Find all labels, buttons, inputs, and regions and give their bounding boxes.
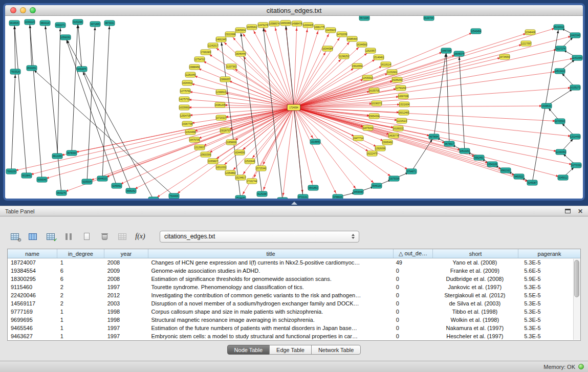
graph-node[interactable]: 17161744 (247, 179, 257, 184)
graph-node[interactable]: 16344560 (357, 42, 367, 47)
graph-node[interactable]: 15654334 (369, 114, 380, 119)
cell-name[interactable]: 14569117 (8, 299, 57, 308)
graph-node[interactable]: 13129937 (194, 145, 205, 150)
graph-node[interactable]: 9679917 (444, 141, 454, 146)
graph-node[interactable]: 14702039 (337, 32, 347, 37)
network-table-select[interactable]: citations_edges.txt (160, 231, 359, 243)
cell-out_degree[interactable]: 49 (393, 258, 432, 267)
graph-node[interactable]: 10590091 (60, 35, 71, 40)
column-header-pagerank[interactable]: pagerank (518, 249, 580, 258)
graph-node[interactable]: 9546326 (372, 183, 382, 188)
graph-node[interactable]: 10697038 (398, 94, 409, 99)
cell-in_degree[interactable]: 2 (57, 291, 104, 299)
zoom-window-button[interactable] (30, 7, 36, 13)
table-row[interactable]: 969969511998Structural magnetic resonanc… (8, 316, 573, 324)
table-row[interactable]: 1872400712008Changes of HCN gene express… (8, 258, 573, 267)
cell-pagerank[interactable]: 5.6E-5 (517, 267, 573, 275)
graph-node[interactable]: 12014430 (570, 134, 581, 139)
graph-node[interactable]: 15028757 (220, 128, 231, 133)
column-header-name[interactable]: name (8, 249, 57, 258)
cell-name[interactable]: 22420046 (8, 291, 57, 299)
graph-node[interactable]: 9788826 (333, 194, 343, 199)
graph-node[interactable]: 9205504 (82, 179, 92, 184)
graph-node[interactable]: 12217097 (521, 41, 532, 46)
graph-node[interactable]: 12242017 (208, 43, 219, 48)
graph-node[interactable]: 16012465 (399, 110, 409, 115)
graph-node[interactable]: 9302271 (55, 23, 66, 28)
cell-year[interactable]: 2003 (104, 299, 148, 308)
cell-in_degree[interactable]: 2 (57, 283, 104, 291)
graph-hub-node[interactable]: 1724094 (287, 104, 300, 111)
graph-node[interactable]: 13211604 (399, 102, 409, 107)
delete-column-button[interactable] (97, 229, 112, 244)
graph-node[interactable]: 11805834 (235, 28, 246, 33)
graph-node[interactable]: 10510291 (460, 148, 470, 154)
cell-short[interactable]: Franke et al. (2009) (432, 267, 517, 275)
graph-node[interactable]: 16339991 (179, 105, 190, 110)
cell-name[interactable]: 9777169 (8, 308, 57, 316)
graph-node[interactable]: 15695492 (382, 140, 393, 145)
apply-to-table-button[interactable]: ✔ (43, 229, 58, 244)
cell-name[interactable]: 18724007 (8, 258, 57, 267)
cell-year[interactable]: 1997 (104, 332, 148, 340)
cell-out_degree[interactable]: 0 (393, 332, 432, 340)
row-selection-button[interactable] (61, 229, 76, 244)
column-visibility-button[interactable] (25, 229, 40, 244)
table-row[interactable]: 946362711997Embryonic stem cells: a mode… (8, 332, 573, 340)
cell-year[interactable]: 2009 (104, 267, 148, 275)
graph-node[interactable]: 9873031 (104, 20, 115, 26)
graph-node[interactable]: 16055061 (247, 25, 257, 30)
cell-out_degree[interactable]: 0 (393, 324, 432, 332)
graph-node[interactable]: 9019841 (21, 173, 32, 178)
cell-out_degree[interactable]: 0 (393, 267, 432, 275)
cell-name[interactable]: 19384554 (8, 267, 57, 275)
table-settings-button[interactable]: ⚙ (7, 229, 23, 244)
cell-year[interactable]: 1998 (104, 308, 148, 316)
cell-out_degree[interactable]: 0 (393, 316, 432, 324)
graph-node[interactable]: 12775760 (180, 89, 191, 94)
graph-node[interactable]: 9643276 (56, 190, 67, 195)
cell-pagerank[interactable]: 5.3E-5 (517, 316, 573, 324)
panel-resize-handle[interactable] (291, 202, 297, 205)
graph-node[interactable]: 8612265 (52, 154, 62, 159)
create-column-button[interactable] (79, 229, 94, 244)
graph-node[interactable]: 15146461 (374, 55, 384, 60)
graph-node[interactable]: 8125298 (257, 191, 267, 196)
cell-title[interactable]: Estimation of significance thresholds fo… (148, 275, 393, 283)
cell-year[interactable]: 1998 (104, 316, 148, 324)
graph-node[interactable]: 16155273 (570, 85, 581, 90)
column-header-year[interactable]: year (104, 249, 148, 258)
graph-node[interactable]: 12004425 (303, 23, 314, 28)
cell-title[interactable]: Changes of HCN gene expression and I(f) … (148, 258, 393, 267)
cell-pagerank[interactable]: 5.3E-5 (517, 283, 573, 291)
graph-node[interactable]: 8962162 (500, 168, 511, 173)
graph-node[interactable]: 15234817 (235, 175, 246, 180)
graph-node[interactable]: 10720327 (216, 115, 227, 120)
graph-node[interactable]: 14661945 (216, 37, 227, 42)
cell-title[interactable]: Embryonic stem cells: a model to study s… (148, 332, 393, 340)
graph-node[interactable]: 15222698 (225, 32, 236, 37)
graph-node[interactable]: 16648374 (454, 51, 465, 56)
graph-node[interactable]: 16650080 (280, 20, 291, 26)
graph-node[interactable]: 12520646 (245, 159, 255, 164)
graph-node[interactable]: 12543454 (471, 29, 482, 34)
graph-node[interactable]: 12476276 (258, 23, 269, 28)
graph-node[interactable]: 11296252 (339, 54, 349, 59)
graph-node[interactable]: 10435603 (325, 28, 336, 33)
graph-node[interactable]: 9153268 (73, 19, 83, 25)
cell-name[interactable]: 9699695 (8, 316, 57, 324)
graph-node[interactable]: 16477714 (353, 136, 364, 141)
cell-name[interactable]: 18300295 (8, 275, 57, 283)
cell-pagerank[interactable]: 5.5E-5 (517, 291, 573, 299)
cell-pagerank[interactable]: 5.3E-5 (517, 299, 573, 308)
graph-node[interactable]: 11152661 (387, 70, 397, 75)
graph-node[interactable]: 9362491 (474, 155, 484, 160)
cell-in_degree[interactable]: 1 (57, 308, 104, 316)
graph-node[interactable]: 11875042 (363, 125, 373, 130)
column-header-title[interactable]: title (148, 249, 394, 258)
graph-node[interactable]: 16166022 (393, 126, 404, 131)
graph-node[interactable]: 15193310 (554, 25, 564, 30)
graph-node[interactable]: 16961775 (314, 25, 325, 30)
cell-in_degree[interactable]: 6 (57, 267, 104, 275)
network-view[interactable]: 1522269811805834160550611247627610588574… (5, 16, 583, 199)
